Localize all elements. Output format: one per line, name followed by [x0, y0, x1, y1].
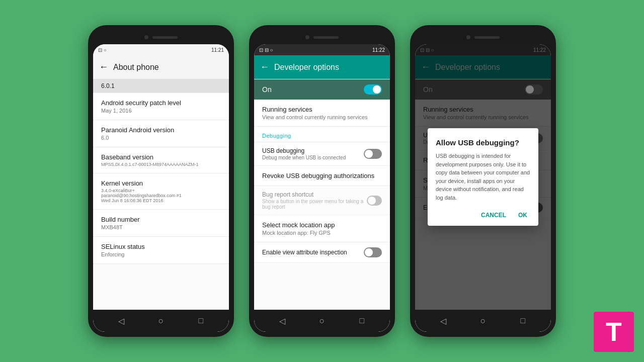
dialog-cancel-button[interactable]: CANCEL	[478, 210, 509, 221]
toggle-knob	[373, 85, 381, 94]
selinux-item: SELinux status Enforcing	[93, 237, 229, 264]
phone-2: ⊡ ⊟ ○ 11:22 ← Developer options On Runni…	[249, 25, 395, 337]
phone-1-nav-bar: ◁ ○ □	[93, 310, 229, 332]
phone-1-title: About phone	[113, 63, 159, 72]
debugging-header: Debugging	[254, 127, 390, 142]
paranoid-subtitle: 6.0	[101, 135, 221, 141]
dialog-body: USB debugging is intended for developmen…	[436, 152, 530, 202]
dev-options-content: Running services View and control curren…	[254, 100, 390, 310]
status-time-2: 11:22	[372, 47, 385, 53]
running-services-item[interactable]: Running services View and control curren…	[254, 100, 390, 127]
security-patch-title: Android security patch level	[101, 99, 221, 107]
kernel-title: Kernel version	[101, 179, 221, 187]
phones-container: ⊡ ○ 11:21 ← About phone 6.0.1 Android se…	[88, 25, 556, 337]
view-attr-text: Enable view attribute inspection	[262, 249, 347, 256]
dev-options-toggle-row: On	[254, 79, 390, 100]
nav-back-3[interactable]: ◁	[438, 316, 448, 326]
bug-report-text: Bug report shortcut Show a button in the…	[262, 191, 367, 210]
usb-debug-dialog: Allow USB debugging? USB debugging is in…	[428, 128, 538, 226]
phone-3-inner: ⊡ ⊟ ○ 11:22 ← Developer options On Runni…	[415, 44, 551, 332]
phone-1-status-bar: ⊡ ○ 11:21	[93, 44, 229, 55]
dev-options-toggle-label: On	[262, 85, 272, 94]
camera-dot	[144, 35, 148, 39]
paranoid-title: Paranoid Android version	[101, 126, 221, 134]
bug-toggle-knob	[368, 197, 376, 205]
revoke-item[interactable]: Revoke USB debugging authorizations	[254, 166, 390, 186]
usb-debugging-toggle[interactable]	[364, 149, 382, 159]
nav-recent-2[interactable]: □	[357, 316, 367, 326]
bug-report-title: Bug report shortcut	[262, 191, 367, 198]
phone-top-bar-1	[93, 30, 229, 44]
revoke-title: Revoke USB debugging authorizations	[262, 172, 382, 179]
dev-options-toggle[interactable]	[364, 84, 382, 95]
nav-recent-3[interactable]: □	[518, 316, 528, 326]
build-number-item: Build number MXB48T	[93, 210, 229, 237]
mock-location-item[interactable]: Select mock location app Mock location a…	[254, 215, 390, 242]
phone-top-bar-2	[254, 30, 390, 44]
phone-1-inner: ⊡ ○ 11:21 ← About phone 6.0.1 Android se…	[93, 44, 229, 332]
back-arrow-phone2[interactable]: ←	[260, 62, 269, 72]
speaker-bar-3	[474, 36, 500, 39]
dialog-actions: CANCEL OK	[436, 210, 530, 221]
logo-badge: T	[594, 312, 634, 352]
dialog-ok-button[interactable]: OK	[515, 210, 530, 221]
usb-debugging-title: USB debugging	[262, 147, 346, 154]
phone-3: ⊡ ⊟ ○ 11:22 ← Developer options On Runni…	[410, 25, 556, 337]
phone-top-bar-3	[415, 30, 551, 44]
camera-dot-3	[466, 35, 470, 39]
phone-3-nav-bar: ◁ ○ □	[415, 310, 551, 332]
phone-2-nav-bar: ◁ ○ □	[254, 310, 390, 332]
running-services-title: Running services	[262, 106, 382, 113]
baseband-title: Baseband version	[101, 153, 221, 161]
dialog-overlay: Allow USB debugging? USB debugging is in…	[415, 44, 551, 310]
usb-debugging-sub: Debug mode when USB is connected	[262, 155, 346, 160]
status-left-2: ⊡ ⊟ ○	[259, 47, 273, 53]
speaker-bar-2	[313, 36, 339, 39]
mock-location-subtitle: Mock location app: Fly GPS	[262, 230, 382, 236]
version-item: 6.0.1	[93, 79, 229, 93]
view-toggle-knob	[365, 248, 373, 256]
usb-debugging-text: USB debugging Debug mode when USB is con…	[262, 147, 346, 160]
nav-home-3[interactable]: ○	[478, 316, 488, 326]
speaker-bar	[152, 36, 178, 39]
status-time: 11:21	[211, 47, 224, 53]
phone-2-title: Developer options	[274, 63, 339, 72]
dialog-title: Allow USB debugging?	[436, 138, 530, 147]
phone-2-inner: ⊡ ⊟ ○ 11:22 ← Developer options On Runni…	[254, 44, 390, 332]
paranoid-version-item: Paranoid Android version 6.0	[93, 120, 229, 147]
camera-dot-2	[305, 35, 309, 39]
security-patch-subtitle: May 1, 2016	[101, 108, 221, 114]
nav-back-2[interactable]: ◁	[277, 316, 287, 326]
nav-home-2[interactable]: ○	[317, 316, 327, 326]
nav-home-1[interactable]: ○	[156, 316, 166, 326]
selinux-title: SELinux status	[101, 243, 221, 250]
bug-report-row: Bug report shortcut Show a button in the…	[254, 186, 390, 215]
build-number-title: Build number	[101, 216, 221, 223]
selinux-subtitle: Enforcing	[101, 251, 221, 257]
mock-location-title: Select mock location app	[262, 221, 382, 229]
nav-back-1[interactable]: ◁	[116, 316, 126, 326]
security-patch-item: Android security patch level May 1, 2016	[93, 93, 229, 120]
running-services-subtitle: View and control currently running servi…	[262, 114, 382, 120]
phone-2-app-bar: ← Developer options	[254, 55, 390, 79]
usb-toggle-knob	[365, 150, 373, 158]
view-attr-toggle[interactable]	[364, 247, 382, 257]
view-attr-title: Enable view attribute inspection	[262, 249, 347, 256]
back-arrow-phone1[interactable]: ←	[99, 62, 108, 72]
phone-2-status-bar: ⊡ ⊟ ○ 11:22	[254, 44, 390, 55]
kernel-item: Kernel version 3.4.0-eXcaliBur+ paranoid…	[93, 173, 229, 210]
kernel-subtitle: 3.4.0-eXcaliBur+ paranoid@90.hostingshar…	[101, 188, 221, 203]
bug-report-sub: Show a button in the power menu for taki…	[262, 199, 367, 210]
baseband-subtitle: MPSS.DI.4.0.1.c7-00013-M8974AAAAANAZM-1	[101, 162, 221, 167]
about-phone-content: 6.0.1 Android security patch level May 1…	[93, 79, 229, 310]
phone-1-app-bar: ← About phone	[93, 55, 229, 79]
nav-recent-1[interactable]: □	[196, 316, 206, 326]
usb-debugging-row[interactable]: USB debugging Debug mode when USB is con…	[254, 142, 390, 166]
bug-report-toggle	[367, 196, 382, 206]
view-attr-row[interactable]: Enable view attribute inspection	[254, 242, 390, 263]
status-left-icons: ⊡ ○	[98, 47, 107, 53]
logo-letter: T	[606, 319, 622, 345]
phone-1: ⊡ ○ 11:21 ← About phone 6.0.1 Android se…	[88, 25, 234, 337]
version-number: 6.0.1	[101, 82, 115, 89]
baseband-item: Baseband version MPSS.DI.4.0.1.c7-00013-…	[93, 147, 229, 173]
